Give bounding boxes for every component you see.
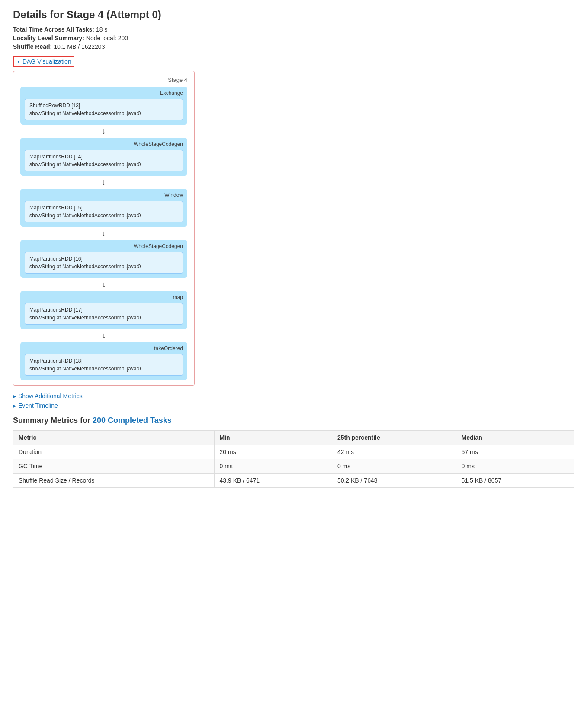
dag-group-wrapper: takeOrderedMapPartitionsRDD [18]showStri… <box>20 342 187 380</box>
show-metrics-label: Show Additional Metrics <box>18 393 83 399</box>
dag-group-label: WholeStageCodegen <box>25 243 183 249</box>
dag-container: Stage 4 ExchangeShuffledRowRDD [13]showS… <box>13 71 195 386</box>
show-metrics-link[interactable]: ▶ Show Additional Metrics <box>13 393 574 399</box>
table-cell: Duration <box>13 445 215 459</box>
summary-table: MetricMin25th percentileMedian Duration2… <box>13 430 574 488</box>
show-metrics-arrow: ▶ <box>13 394 16 399</box>
dag-group: ExchangeShuffledRowRDD [13]showString at… <box>20 87 187 125</box>
table-column-header: Min <box>214 431 332 445</box>
dag-arrow: ↓ <box>20 178 187 186</box>
total-time-meta: Total Time Across All Tasks: 18 s <box>13 26 574 33</box>
dag-arrow: ↓ <box>20 229 187 237</box>
event-timeline-link[interactable]: ▶ Event Timeline <box>13 402 574 409</box>
dag-node: MapPartitionsRDD [18]showString at Nativ… <box>25 354 183 376</box>
locality-value: Node local: 200 <box>86 35 128 42</box>
dag-group-label: WholeStageCodegen <box>25 141 183 147</box>
total-time-value: 18 s <box>96 26 107 33</box>
dag-node: MapPartitionsRDD [14]showString at Nativ… <box>25 150 183 171</box>
table-cell: GC Time <box>13 459 215 474</box>
summary-table-body: Duration20 ms42 ms57 msGC Time0 ms0 ms0 … <box>13 445 574 488</box>
locality-meta: Locality Level Summary: Node local: 200 <box>13 35 574 42</box>
dag-group-label: map <box>25 294 183 300</box>
dag-group-wrapper: WholeStageCodegenMapPartitionsRDD [14]sh… <box>20 138 187 176</box>
event-timeline-label: Event Timeline <box>18 402 58 409</box>
dag-group: takeOrderedMapPartitionsRDD [18]showStri… <box>20 342 187 380</box>
table-cell: 57 ms <box>456 445 574 459</box>
table-cell: 0 ms <box>456 459 574 474</box>
dag-group-wrapper: mapMapPartitionsRDD [17]showString at Na… <box>20 291 187 329</box>
shuffle-read-label: Shuffle Read: <box>13 43 52 50</box>
dag-node: MapPartitionsRDD [15]showString at Nativ… <box>25 201 183 222</box>
table-cell: 50.2 KB / 7648 <box>332 474 456 488</box>
summary-heading: Summary Metrics for 200 Completed Tasks <box>13 416 574 425</box>
dag-group-wrapper: WholeStageCodegenMapPartitionsRDD [16]sh… <box>20 240 187 278</box>
table-cell: 51.5 KB / 8057 <box>456 474 574 488</box>
summary-table-head: MetricMin25th percentileMedian <box>13 431 574 445</box>
summary-heading-prefix: Summary Metrics for <box>13 416 93 425</box>
dag-group-label: Exchange <box>25 90 183 96</box>
dag-arrow: ↓ <box>20 280 187 288</box>
dag-node: MapPartitionsRDD [16]showString at Nativ… <box>25 252 183 274</box>
table-cell: 0 ms <box>214 459 332 474</box>
dag-arrow: ↓ <box>20 332 187 339</box>
summary-table-header-row: MetricMin25th percentileMedian <box>13 431 574 445</box>
table-cell: Shuffle Read Size / Records <box>13 474 215 488</box>
dag-toggle-arrow: ▼ <box>16 59 21 64</box>
summary-heading-count: 200 Completed Tasks <box>93 416 172 425</box>
dag-toggle-label: DAG Visualization <box>22 58 71 65</box>
dag-stage-label: Stage 4 <box>20 77 187 83</box>
shuffle-read-meta: Shuffle Read: 10.1 MB / 1622203 <box>13 43 574 50</box>
table-column-header: 25th percentile <box>332 431 456 445</box>
table-column-header: Metric <box>13 431 215 445</box>
table-cell: 0 ms <box>332 459 456 474</box>
dag-group-label: Window <box>25 192 183 198</box>
table-row: Duration20 ms42 ms57 ms <box>13 445 574 459</box>
table-cell: 42 ms <box>332 445 456 459</box>
dag-group-wrapper: WindowMapPartitionsRDD [15]showString at… <box>20 189 187 227</box>
table-column-header: Median <box>456 431 574 445</box>
dag-group-label: takeOrdered <box>25 345 183 351</box>
dag-group: WholeStageCodegenMapPartitionsRDD [14]sh… <box>20 138 187 176</box>
table-cell: 20 ms <box>214 445 332 459</box>
event-timeline-arrow: ▶ <box>13 403 16 408</box>
dag-group-wrapper: ExchangeShuffledRowRDD [13]showString at… <box>20 87 187 125</box>
total-time-label: Total Time Across All Tasks: <box>13 26 94 33</box>
dag-node: ShuffledRowRDD [13]showString at NativeM… <box>25 99 183 120</box>
dag-node: MapPartitionsRDD [17]showString at Nativ… <box>25 303 183 325</box>
page-title: Details for Stage 4 (Attempt 0) <box>13 9 574 21</box>
dag-group: WindowMapPartitionsRDD [15]showString at… <box>20 189 187 227</box>
dag-arrow: ↓ <box>20 127 187 135</box>
locality-label: Locality Level Summary: <box>13 35 84 42</box>
dag-group: mapMapPartitionsRDD [17]showString at Na… <box>20 291 187 329</box>
table-row: Shuffle Read Size / Records43.9 KB / 647… <box>13 474 574 488</box>
links-section: ▶ Show Additional Metrics ▶ Event Timeli… <box>13 393 574 409</box>
table-row: GC Time0 ms0 ms0 ms <box>13 459 574 474</box>
dag-group: WholeStageCodegenMapPartitionsRDD [16]sh… <box>20 240 187 278</box>
dag-groups-wrapper: ExchangeShuffledRowRDD [13]showString at… <box>20 87 187 380</box>
dag-section: ▼ DAG Visualization Stage 4 ExchangeShuf… <box>13 56 574 386</box>
table-cell: 43.9 KB / 6471 <box>214 474 332 488</box>
shuffle-read-value: 10.1 MB / 1622203 <box>54 43 105 50</box>
dag-toggle[interactable]: ▼ DAG Visualization <box>13 56 74 67</box>
